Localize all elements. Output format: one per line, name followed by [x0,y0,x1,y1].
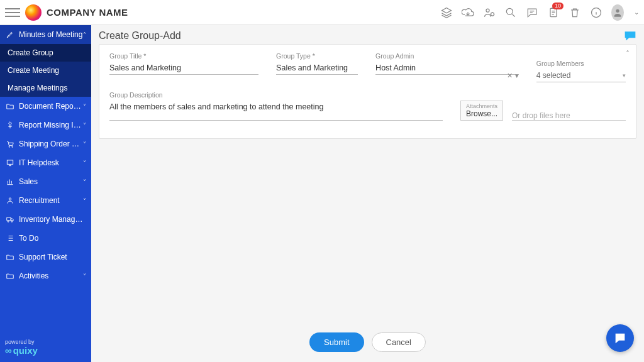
group-members-select[interactable]: 4 selected ▾ [536,69,626,82]
chevron-down-icon: ˅ [83,273,86,280]
form-actions: Submit Cancel [91,321,644,362]
group-desc-label: Group Description [109,91,443,99]
sidebar-item-support-ticket[interactable]: Support Ticket [0,248,91,266]
collapse-toggle-icon[interactable]: ˄ [626,50,630,58]
sidebar-item-label: IT Helpdesk [19,158,83,167]
dropdown-icon[interactable]: ▾ [515,72,519,80]
submit-button[interactable]: Submit [309,332,364,352]
sidebar-item-todo[interactable]: To Do [0,229,91,248]
folder-icon [5,271,15,281]
powered-by: powered by ∞quixy [0,335,91,362]
chat-fab-button[interactable] [606,324,634,352]
dropdown-icon: ▾ [623,72,626,79]
notification-badge: 10 [552,3,564,9]
person-icon [5,195,15,206]
svg-point-5 [616,9,619,12]
svg-point-0 [486,9,489,12]
chevron-down-icon: ˅ [83,103,86,110]
svg-point-9 [9,198,11,200]
page-title: Create Group-Add [99,30,181,41]
chat-icon[interactable] [526,6,538,19]
chevron-down-icon: ˅ [83,178,86,185]
sidebar-sub-create-group[interactable]: Create Group [0,44,91,62]
group-admin-input[interactable] [375,62,519,75]
monitor-icon [5,158,15,168]
sidebar-item-minutes-of-meeting[interactable]: Minutes of Meeting ˄ [0,25,91,44]
svg-point-11 [11,221,13,222]
sidebar-item-label: Activities [19,272,83,280]
company-logo [25,4,42,21]
svg-point-10 [8,221,9,222]
sidebar: Minutes of Meeting ˄ Create Group Create… [0,25,91,362]
main-content: Create Group-Add ˄ Group Title * Group T… [91,25,644,362]
layers-icon[interactable] [440,6,453,19]
info-icon[interactable] [590,6,602,19]
clipboard-icon[interactable]: 10 [547,6,560,19]
sidebar-item-document-repository[interactable]: Document Repository ˅ [0,97,91,116]
chevron-down-icon: ˅ [83,141,86,148]
pencil-icon [5,30,15,40]
sidebar-item-label: Sales [19,177,83,186]
group-title-label: Group Title * [109,52,258,60]
group-title-input[interactable] [109,62,258,75]
app-header: COMPANY NAME 10 ⌄ [0,0,644,25]
sidebar-item-label: To Do [19,234,86,243]
chevron-down-icon: ˅ [83,160,86,167]
folder-icon [5,101,15,111]
sidebar-item-label: Inventory Management [19,215,86,224]
truck-icon [5,214,15,224]
sidebar-item-label: Support Ticket [19,253,86,261]
menu-toggle-icon[interactable] [5,5,20,20]
sidebar-item-report-missing[interactable]: Report Missing Items ˅ [0,116,91,134]
sidebar-item-it-helpdesk[interactable]: IT Helpdesk ˅ [0,153,91,172]
header-toolbar: 10 ⌄ [440,6,639,19]
attachments-browse-button[interactable]: Attachments Browse... [460,101,503,121]
group-type-label: Group Type * [276,52,358,60]
svg-rect-8 [7,160,13,164]
group-desc-input[interactable] [109,101,443,121]
sidebar-sub-create-meeting[interactable]: Create Meeting [0,62,91,79]
sidebar-item-label: Minutes of Meeting [19,30,83,39]
list-icon [5,233,15,243]
svg-point-6 [9,146,9,147]
svg-point-2 [506,8,513,14]
group-type-input[interactable] [276,62,358,75]
svg-point-1 [491,13,494,16]
infinity-icon: ∞ [5,345,12,356]
folder-icon [5,252,15,262]
sidebar-item-label: Report Missing Items [19,121,83,129]
chevron-down-icon: ˅ [83,122,86,129]
chevron-up-icon: ˄ [83,31,86,38]
cancel-button[interactable]: Cancel [372,332,426,352]
comments-icon[interactable] [624,30,636,41]
sidebar-item-label: Document Repository [19,102,83,111]
group-members-label: Group Members [536,60,626,67]
cart-icon [5,139,15,149]
sidebar-item-inventory[interactable]: Inventory Management [0,210,91,229]
sidebar-sub-manage-meetings[interactable]: Manage Meetings [0,79,91,97]
chart-icon [5,177,15,187]
sidebar-item-sales[interactable]: Sales ˅ [0,172,91,191]
pin-icon [5,120,15,130]
sidebar-item-recruitment[interactable]: Recruitment ˅ [0,191,91,210]
sidebar-item-activities[interactable]: Activities ˅ [0,266,91,285]
search-icon[interactable] [504,6,517,19]
sidebar-item-shipping-order[interactable]: Shipping Order Form ˅ [0,134,91,153]
user-settings-icon[interactable] [483,6,496,19]
download-cloud-icon[interactable] [462,6,474,19]
trash-icon[interactable] [569,6,581,19]
sidebar-item-label: Recruitment [19,196,83,205]
form-card: ˄ Group Title * Group Type * Group Admin [99,44,636,139]
svg-point-7 [12,146,13,147]
chevron-down-icon: ˅ [83,197,86,204]
attachments-dropzone[interactable]: Or drop files here [512,109,626,121]
clear-icon[interactable]: ✕ [507,72,513,80]
user-avatar[interactable] [611,6,624,19]
group-admin-label: Group Admin [375,52,519,60]
user-menu-caret-icon[interactable]: ⌄ [634,9,639,16]
company-name: COMPANY NAME [47,7,128,18]
sidebar-item-label: Shipping Order Form [19,140,83,148]
